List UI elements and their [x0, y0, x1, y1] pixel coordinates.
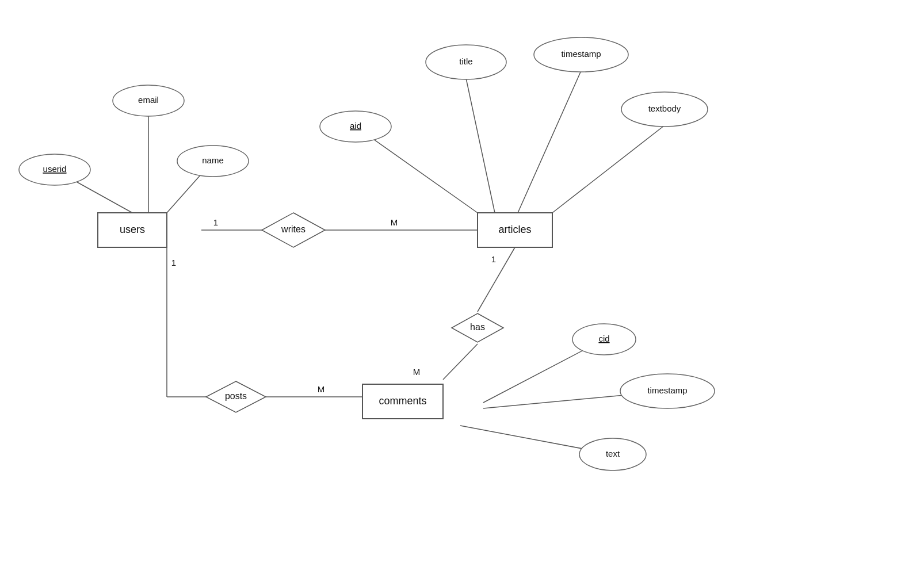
card-posts-comments-m: M	[318, 384, 325, 394]
card-users-writes-1: 1	[213, 217, 218, 227]
connector-textbody	[552, 125, 665, 213]
attr-cid-label: cid	[598, 334, 609, 343]
connector-title	[466, 78, 495, 213]
attr-text-label: text	[606, 449, 620, 458]
attr-userid-label: userid	[43, 164, 67, 174]
attr-timestamp-articles-label: timestamp	[561, 49, 601, 59]
attr-email-label: email	[138, 95, 159, 105]
entity-articles-label: articles	[498, 224, 531, 235]
entity-users-label: users	[120, 224, 145, 235]
card-writes-articles-m: M	[391, 217, 398, 227]
rel-has-label: has	[470, 322, 485, 332]
attr-title-label: title	[459, 56, 472, 66]
attr-name-label: name	[202, 155, 224, 165]
er-diagram: 1 M 1 M 1 M users articles comments writ…	[0, 0, 924, 574]
attr-timestamp-comments-label: timestamp	[647, 385, 687, 395]
rel-posts-label: posts	[225, 391, 247, 401]
attr-textbody-label: textbody	[648, 104, 681, 113]
entity-comments-label: comments	[379, 395, 426, 407]
card-articles-has-1: 1	[491, 254, 496, 264]
rel-writes-label: writes	[281, 224, 306, 234]
card-users-posts-1: 1	[171, 258, 176, 267]
attr-aid-label: aid	[350, 121, 361, 131]
card-has-comments-m: M	[413, 367, 421, 377]
connector-articles-has	[478, 247, 515, 312]
connector-timestamp-a	[518, 71, 581, 213]
connector-has-comments	[443, 344, 478, 380]
